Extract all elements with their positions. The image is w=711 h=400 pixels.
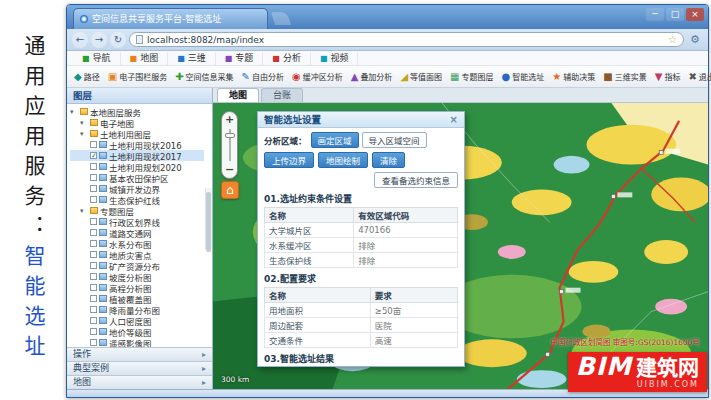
- map-tab[interactable]: 台账: [261, 88, 303, 102]
- tree-item[interactable]: 土地利用规划2020: [70, 161, 204, 172]
- dialog-section-results: 03.智能选址结果 名称 结果 推荐地块 5: [264, 352, 458, 366]
- expander-icon[interactable]: [80, 207, 88, 215]
- toolbar-button[interactable]: ◆ 路径: [70, 69, 104, 84]
- tree-item[interactable]: 地价等级图: [70, 326, 204, 337]
- layer-checkbox[interactable]: [90, 218, 97, 225]
- zoom-out-button[interactable]: −: [222, 164, 237, 176]
- toolbar-button[interactable]: ● 智能选址: [498, 69, 549, 84]
- layer-checkbox[interactable]: [90, 152, 97, 159]
- tree-item[interactable]: 人口密度图: [70, 315, 204, 326]
- layer-label: 水系分布图: [109, 238, 152, 249]
- toolbar-button[interactable]: ★ 辅助决策: [548, 69, 599, 84]
- area-action-button[interactable]: 清除: [372, 152, 405, 168]
- toolbar-button[interactable]: ▣ 电子围栏服务: [104, 69, 171, 84]
- toolbar-button[interactable]: ▼ 指标: [651, 69, 685, 84]
- view-constraints-button[interactable]: 查看备选约束信息: [374, 172, 458, 188]
- layer-checkbox[interactable]: [90, 251, 97, 258]
- layer-checkbox[interactable]: [90, 174, 97, 181]
- toolbar-button[interactable]: ✚ 空间信息采集: [171, 69, 237, 84]
- toolbar-button[interactable]: ◢ 等值面图: [396, 69, 446, 84]
- toolbar-button[interactable]: ▲ 叠加分析: [347, 69, 397, 84]
- layer-checkbox[interactable]: [90, 273, 97, 280]
- layer-checkbox[interactable]: [90, 295, 97, 302]
- new-tab-button[interactable]: [271, 12, 291, 25]
- layer-checkbox[interactable]: [90, 163, 97, 170]
- toolbar-button[interactable]: ✖ 退出: [684, 69, 711, 84]
- browser-menu-icon[interactable]: ⚙: [687, 33, 703, 46]
- tree-item[interactable]: 遥感影像图: [70, 337, 204, 347]
- layer-checkbox[interactable]: [90, 284, 97, 291]
- layer-checkbox[interactable]: [90, 185, 97, 192]
- menu-item[interactable]: ■ 视频: [311, 52, 359, 65]
- area-mode-button[interactable]: 画定区域: [311, 132, 359, 148]
- map-tab[interactable]: 地图: [217, 88, 259, 102]
- bookmark-star-icon[interactable]: ☆: [668, 34, 677, 45]
- maximize-button[interactable]: □: [666, 8, 684, 21]
- menu-item[interactable]: ■ 专题: [216, 52, 264, 65]
- layer-checkbox[interactable]: [90, 339, 97, 346]
- tree-item[interactable]: 电子地图: [70, 117, 204, 128]
- menu-item[interactable]: ■ 三维: [168, 52, 216, 65]
- tree-item[interactable]: 本地图层服务: [70, 106, 204, 117]
- tree-item[interactable]: 基本农田保护区: [70, 172, 204, 183]
- tree-item[interactable]: 植被覆盖图: [70, 293, 204, 304]
- zoom-slider[interactable]: [229, 129, 231, 161]
- accordion-header[interactable]: 地图: [67, 375, 212, 389]
- tree-item[interactable]: 水系分布图: [70, 238, 204, 249]
- layer-checkbox[interactable]: [90, 306, 97, 313]
- home-button[interactable]: ⌂: [221, 181, 239, 199]
- layers-panel-header[interactable]: 图层: [67, 88, 212, 104]
- browser-tab[interactable]: 空间信息共享服务平台-智能选址: [73, 8, 268, 29]
- expander-icon[interactable]: [70, 108, 78, 116]
- toolbar-button[interactable]: ◉ 缓冲区分析: [288, 69, 347, 84]
- expander-icon[interactable]: [80, 119, 88, 127]
- minimize-button[interactable]: ─: [646, 8, 664, 21]
- layer-checkbox[interactable]: [90, 240, 97, 247]
- tree-item[interactable]: 行政区划界线: [70, 216, 204, 227]
- map-canvas[interactable]: + − ⌂ 智能选址设置 × 分析区域：: [213, 103, 708, 389]
- tree-scrollbar[interactable]: [205, 188, 212, 249]
- layer-checkbox[interactable]: [90, 141, 97, 148]
- tree-item[interactable]: 降雨量分布图: [70, 304, 204, 315]
- zoom-in-button[interactable]: +: [222, 114, 237, 126]
- toolbar-button[interactable]: ■ 三维实景: [599, 69, 650, 84]
- forward-button[interactable]: →: [91, 32, 107, 48]
- layer-checkbox[interactable]: [90, 262, 97, 269]
- layer-checkbox[interactable]: [90, 317, 97, 324]
- area-action-button[interactable]: 上传边界: [264, 152, 314, 168]
- menu-item[interactable]: ■ 导航: [73, 52, 121, 65]
- toolbar-button[interactable]: ✎ 自由分析: [238, 69, 288, 84]
- accordion-header[interactable]: 操作: [67, 347, 212, 361]
- row-value: ≥50亩: [370, 303, 457, 318]
- tree-item[interactable]: 土地利用现状2016: [70, 139, 204, 150]
- toolbar-button-label: 指标: [664, 71, 680, 82]
- zoom-slider-handle[interactable]: [225, 133, 235, 138]
- tree-item[interactable]: 矿产资源分布: [70, 260, 204, 271]
- expander-icon[interactable]: [80, 130, 88, 138]
- tree-scrollbar-thumb[interactable]: [206, 192, 211, 252]
- menu-item[interactable]: ■ 地图: [121, 52, 169, 65]
- layer-checkbox[interactable]: [90, 196, 97, 203]
- tree-item[interactable]: 土地利用现状2017: [70, 150, 204, 161]
- url-input[interactable]: localhost:8082/map/index ☆: [129, 32, 684, 47]
- toolbar-button[interactable]: ▦ 专题图层: [446, 69, 497, 84]
- layer-checkbox[interactable]: [90, 328, 97, 335]
- tree-item[interactable]: 坡度分析图: [70, 271, 204, 282]
- area-mode-button[interactable]: 导入区域空间: [362, 132, 427, 148]
- menu-item[interactable]: ■ 分析: [263, 52, 311, 65]
- back-button[interactable]: ←: [72, 32, 88, 48]
- tree-item[interactable]: 专题图层: [70, 205, 204, 216]
- tree-item[interactable]: 土地利用图层: [70, 128, 204, 139]
- tree-item[interactable]: 生态保护红线: [70, 194, 204, 205]
- tree-item[interactable]: 道路交通网: [70, 227, 204, 238]
- tree-item[interactable]: 地质灾害点: [70, 249, 204, 260]
- close-button[interactable]: ×: [686, 8, 704, 21]
- dialog-titlebar[interactable]: 智能选址设置 ×: [258, 112, 464, 128]
- layer-checkbox[interactable]: [90, 229, 97, 236]
- accordion-header[interactable]: 典型案例: [67, 361, 212, 375]
- dialog-close-icon[interactable]: ×: [450, 112, 458, 127]
- refresh-button[interactable]: ↻: [110, 32, 126, 48]
- area-action-button[interactable]: 地图绘制: [318, 152, 368, 168]
- tree-item[interactable]: 城镇开发边界: [70, 183, 204, 194]
- tree-item[interactable]: 高程分析图: [70, 282, 204, 293]
